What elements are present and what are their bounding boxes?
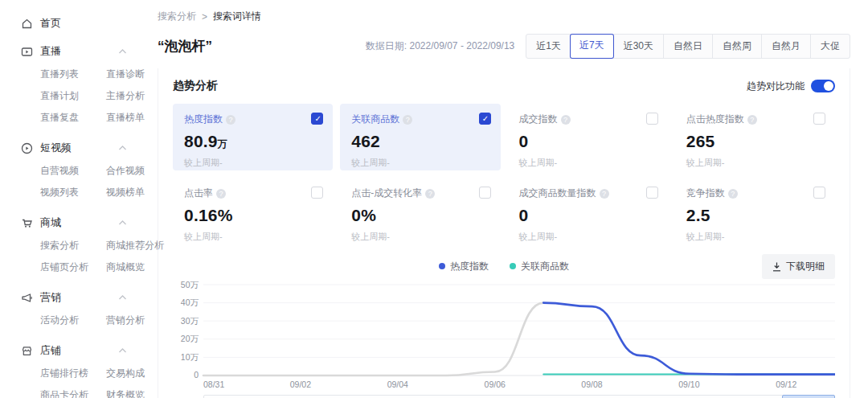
app-window: 首页 直播 直播列表 直播诊断 直播计划 主播分析 直播复盘 直播榜单: [0, 0, 868, 398]
sidebar-subitem[interactable]: 视频榜单: [106, 182, 145, 203]
x-axis-tick: 08/31: [203, 380, 224, 389]
sidebar-subitem[interactable]: 交易构成: [106, 363, 145, 384]
trend-compare-toggle[interactable]: [811, 80, 835, 92]
breadcrumb-current: 搜索词详情: [213, 10, 261, 23]
download-detail-button[interactable]: 下载明细: [762, 254, 835, 279]
metric-checkbox[interactable]: [646, 113, 658, 125]
sidebar-subitem[interactable]: 直播列表: [40, 64, 98, 85]
sidebar-item-marketing[interactable]: 营销: [21, 289, 145, 306]
sidebar-subitem[interactable]: 主播分析: [106, 85, 145, 107]
sidebar: 首页 直播 直播列表 直播诊断 直播计划 主播分析 直播复盘 直播榜单: [0, 0, 145, 398]
metric-compare-note: 较上周期-: [686, 157, 824, 169]
sidebar-subitem[interactable]: 商品卡分析: [40, 384, 98, 398]
metric-card-heat-index[interactable]: 热度指数 80.9万 较上周期-: [173, 104, 333, 170]
sidebar-item-short-video[interactable]: 短视频: [21, 139, 145, 157]
info-icon[interactable]: [425, 189, 435, 199]
metric-card-click-rate[interactable]: 点击率 0.16% 较上周期-: [173, 178, 333, 244]
x-axis-tick: 09/08: [581, 380, 602, 389]
metric-value: 80.9万: [184, 132, 321, 151]
metric-card-click-conversion-rate[interactable]: 点击-成交转化率 0% 较上周期-: [340, 178, 500, 244]
chevron-up-icon[interactable]: [118, 48, 127, 55]
tab-last-7-days[interactable]: 近7天: [570, 34, 614, 59]
sidebar-group-label: 首页: [40, 16, 61, 31]
chart-zoom-scrollbar[interactable]: [203, 395, 835, 398]
sidebar-group-label: 商城: [40, 215, 61, 230]
toggle-knob: [824, 81, 833, 91]
main-content: 搜索分析 > 搜索词详情 “泡泡杆” 数据日期: 2022/09/07 - 20…: [145, 0, 868, 398]
sidebar-subitem[interactable]: 店铺排行榜: [40, 363, 98, 384]
info-icon[interactable]: [226, 115, 235, 125]
sidebar-subitem[interactable]: 店铺页分析: [40, 256, 98, 278]
metric-card-related-products[interactable]: 关联商品数 462 较上周期-: [340, 104, 500, 170]
metric-checkbox[interactable]: [479, 113, 491, 125]
sidebar-item-home[interactable]: 首页: [21, 14, 145, 32]
chevron-up-icon[interactable]: [118, 347, 127, 354]
metric-checkbox[interactable]: [813, 113, 825, 125]
sidebar-subitem[interactable]: 合作视频: [106, 160, 145, 182]
sidebar-subitem[interactable]: 搜索分析: [40, 235, 98, 256]
metric-value: 0: [519, 206, 657, 225]
metric-compare-note: 较上周期-: [519, 231, 657, 243]
legend-item-heat-index[interactable]: 热度指数: [439, 260, 489, 273]
x-axis-tick: 09/04: [387, 380, 408, 389]
info-icon[interactable]: [561, 115, 571, 125]
tab-last-1-day[interactable]: 近1天: [526, 35, 571, 58]
sidebar-subnav-marketing: 活动分析 营销分析: [40, 310, 145, 331]
info-icon[interactable]: [403, 115, 412, 125]
short-video-icon: [21, 142, 33, 154]
legend-dot: [439, 263, 445, 269]
trend-chart: 50万 40万 30万 20万 10万 0 08/31 09/02 09/04 …: [173, 280, 835, 392]
info-icon[interactable]: [728, 189, 738, 199]
metric-checkbox[interactable]: [311, 187, 323, 199]
sidebar-subnav-shop: 店铺排行榜 交易构成 商品卡分析 财务概览 退款分析: [40, 363, 145, 398]
metric-card-competition-index[interactable]: 竞争指数 2.5 较上周期-: [675, 178, 835, 244]
sidebar-subnav-short-video: 自营视频 合作视频 视频列表 视频榜单: [40, 160, 145, 203]
sidebar-subnav-mall: 搜索分析 商城推荐分析 店铺页分析 商城概览: [40, 235, 145, 278]
metric-checkbox[interactable]: [479, 187, 491, 199]
breadcrumb-separator: >: [202, 11, 207, 23]
info-icon[interactable]: [600, 189, 609, 199]
sidebar-subitem[interactable]: 直播诊断: [106, 64, 145, 85]
sidebar-item-shop[interactable]: 店铺: [21, 342, 145, 359]
sidebar-item-live[interactable]: 直播: [21, 43, 145, 60]
y-axis-tick: 0: [194, 370, 199, 380]
x-axis-tick: 09/10: [678, 380, 699, 389]
date-range-tabs: 近1天 近7天 近30天 自然日 自然周 自然月 大促: [526, 34, 850, 59]
sidebar-subitem[interactable]: 财务概览: [106, 384, 145, 398]
chart-zoom-handle[interactable]: [782, 395, 835, 398]
sidebar-subitem[interactable]: 视频列表: [40, 182, 98, 203]
metric-value: 0%: [351, 206, 489, 225]
tab-natural-week[interactable]: 自然周: [712, 35, 761, 58]
sidebar-subitem[interactable]: 活动分析: [40, 310, 98, 331]
metric-card-transaction-product-count-index[interactable]: 成交商品数量指数 0 较上周期-: [508, 178, 668, 244]
breadcrumb-parent[interactable]: 搜索分析: [158, 10, 196, 23]
sidebar-subitem[interactable]: 直播计划: [40, 85, 98, 107]
metric-value: 2.5: [686, 206, 824, 225]
chevron-up-icon[interactable]: [118, 145, 127, 151]
metric-card-transaction-index[interactable]: 成交指数 0 较上周期-: [508, 104, 668, 170]
chevron-up-icon[interactable]: [118, 220, 127, 226]
metric-checkbox[interactable]: [646, 187, 658, 199]
metric-checkbox[interactable]: [813, 187, 825, 199]
chevron-up-icon[interactable]: [118, 294, 127, 301]
sidebar-subitem[interactable]: 自营视频: [40, 160, 98, 182]
tab-natural-month[interactable]: 自然月: [761, 35, 810, 58]
sidebar-subitem[interactable]: 直播复盘: [40, 107, 98, 129]
tab-last-30-days[interactable]: 近30天: [613, 35, 663, 58]
metric-checkbox[interactable]: [311, 113, 323, 125]
info-icon[interactable]: [747, 115, 757, 125]
metric-compare-note: 较上周期-: [351, 231, 489, 243]
metric-value: 265: [686, 132, 824, 151]
sidebar-item-mall[interactable]: 商城: [21, 214, 145, 232]
sidebar-subitem[interactable]: 营销分析: [106, 310, 145, 331]
info-icon[interactable]: [216, 189, 226, 199]
sidebar-group-label: 短视频: [40, 141, 72, 155]
metric-compare-note: 较上周期-: [519, 157, 657, 169]
legend-item-related-products[interactable]: 关联商品数: [510, 260, 569, 273]
metric-compare-note: 较上周期-: [686, 231, 824, 243]
download-icon: [772, 262, 781, 272]
tab-natural-day[interactable]: 自然日: [663, 35, 712, 58]
tab-promotion[interactable]: 大促: [810, 35, 850, 58]
metric-card-click-heat-index[interactable]: 点击热度指数 265 较上周期-: [675, 104, 835, 170]
sidebar-subitem[interactable]: 直播榜单: [106, 107, 145, 129]
